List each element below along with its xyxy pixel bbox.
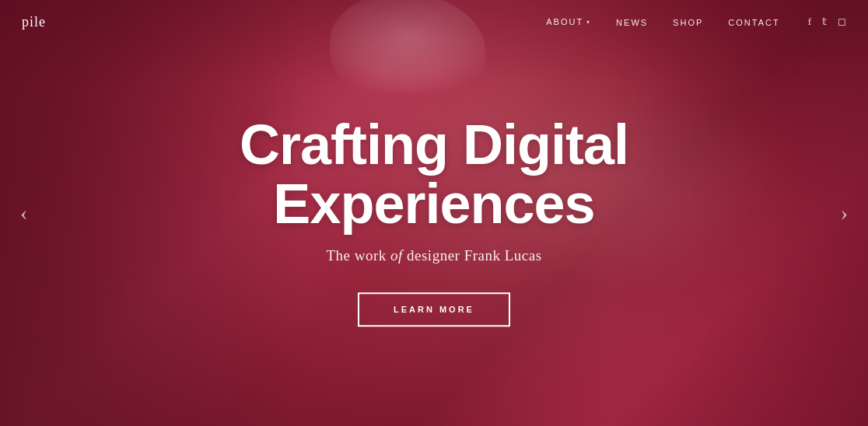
- learn-more-button[interactable]: LEARN MORE: [358, 292, 510, 326]
- site-logo[interactable]: pile: [22, 14, 46, 30]
- navbar: pile ABOUT ▾ NEWS SHOP CONTACT f: [0, 0, 868, 44]
- nav-link-about[interactable]: ABOUT ▾: [546, 17, 591, 26]
- carousel-next-button[interactable]: ›: [835, 194, 854, 232]
- nav-social: f 𝕥 ◻: [808, 16, 846, 28]
- facebook-icon[interactable]: f: [808, 16, 811, 28]
- instagram-icon[interactable]: ◻: [838, 16, 846, 28]
- about-caret-icon: ▾: [586, 19, 591, 26]
- hero-section: pile ABOUT ▾ NEWS SHOP CONTACT f: [0, 0, 868, 426]
- nav-item-shop[interactable]: SHOP: [673, 15, 703, 29]
- nav-link-contact[interactable]: CONTACT: [728, 18, 779, 27]
- nav-item-news[interactable]: NEWS: [616, 15, 648, 29]
- nav-link-shop[interactable]: SHOP: [673, 18, 703, 27]
- twitter-icon[interactable]: 𝕥: [822, 16, 827, 28]
- nav-links: ABOUT ▾ NEWS SHOP CONTACT: [546, 15, 779, 29]
- hero-content: Crafting Digital Experiences The work of…: [162, 116, 706, 326]
- carousel-prev-button[interactable]: ‹: [14, 194, 33, 232]
- hero-title: Crafting Digital Experiences: [162, 116, 706, 233]
- nav-item-contact[interactable]: CONTACT: [728, 15, 779, 29]
- nav-link-news[interactable]: NEWS: [616, 18, 648, 27]
- hero-subtitle: The work of designer Frank Lucas: [162, 247, 706, 264]
- nav-item-about[interactable]: ABOUT ▾: [546, 17, 591, 26]
